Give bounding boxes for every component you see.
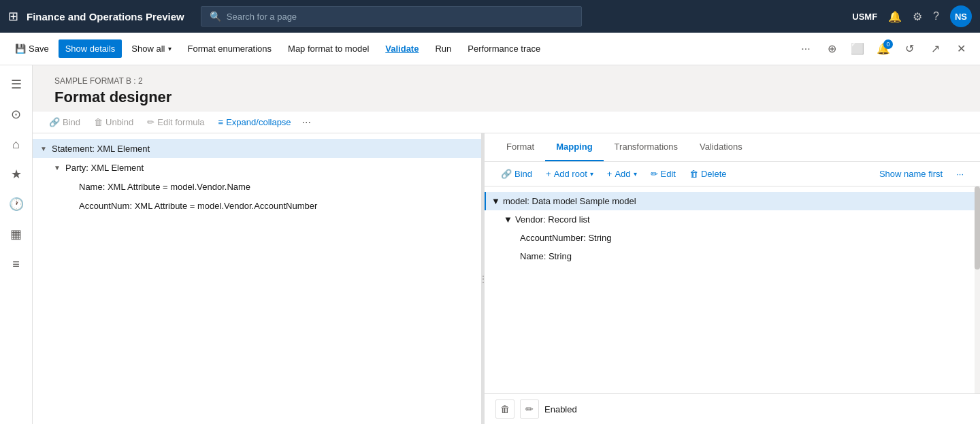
more-options-button[interactable]: ··· (795, 38, 817, 60)
format-enumerations-button[interactable]: Format enumerations (181, 39, 279, 58)
tab-validations[interactable]: Validations (689, 133, 753, 161)
sub-toolbar: 🔗 Bind 🗑 Unbind ✏ Edit formula ≡ Expand/… (33, 112, 980, 133)
edit-bottom-button[interactable]: ✏ (520, 399, 539, 419)
split-pane: ▼ Statement: XML Element ▼ Party: XML El… (33, 133, 980, 424)
top-navigation: ⊞ Finance and Operations Preview 🔍 USMF … (0, 0, 980, 33)
left-pane: ▼ Statement: XML Element ▼ Party: XML El… (33, 133, 482, 424)
page-title: Format designer (44, 88, 969, 112)
status-label: Enabled (544, 404, 577, 414)
tree-item[interactable]: ▼ Statement: XML Element (33, 139, 481, 158)
validate-button[interactable]: Validate (378, 39, 425, 58)
map-format-button[interactable]: Map format to model (281, 39, 376, 58)
search-icon: 🔍 (210, 11, 221, 22)
search-input[interactable] (227, 12, 573, 22)
tree-item[interactable]: AccountNum: XML Attribute = model.Vendor… (33, 196, 481, 215)
delete-button[interactable]: 🗑 Delete (684, 166, 732, 182)
content-area: SAMPLE FORMAT B : 2 Format designer 🔗 Bi… (33, 65, 980, 424)
avatar[interactable]: NS (950, 5, 972, 27)
refresh-button[interactable]: ↺ (898, 38, 920, 60)
puzzle-icon-button[interactable]: ⊕ (821, 38, 843, 60)
settings-icon[interactable]: ⚙ (913, 10, 922, 23)
collapse-icon[interactable]: ▼ (491, 196, 500, 206)
left-navigation: ☰ ⊙ ⌂ ★ 🕐 ▦ ≡ (0, 65, 33, 424)
leaf-icon (65, 200, 76, 211)
show-all-button[interactable]: Show all ▾ (125, 39, 178, 58)
breadcrumb: SAMPLE FORMAT B : 2 (44, 71, 969, 88)
collapse-icon[interactable]: ▼ (504, 214, 512, 225)
edit-formula-button[interactable]: ✏ Edit formula (142, 114, 210, 130)
show-all-chevron-icon: ▾ (168, 45, 172, 52)
filter-icon-button[interactable]: ⊙ (3, 101, 30, 128)
save-icon: 💾 (15, 44, 26, 54)
open-new-button[interactable]: ↗ (924, 38, 946, 60)
unbind-button[interactable]: 🗑 Unbind (88, 114, 139, 130)
delete-icon: 🗑 (689, 169, 698, 179)
right-pane: Format Mapping Transformations Validatio… (485, 133, 980, 424)
add-root-chevron-icon: ▾ (590, 170, 593, 178)
edit-formula-icon: ✏ (147, 117, 154, 127)
leaf-icon (65, 181, 76, 192)
expand-collapse-button[interactable]: ≡ Expand/collapse (213, 114, 297, 130)
right-more-button[interactable]: ··· (951, 166, 969, 182)
right-bind-button[interactable]: 🔗 Bind (495, 166, 538, 182)
notification-badge: 0 (883, 39, 893, 49)
toolbar-right: ··· ⊕ ⬜ 🔔 0 ↺ ↗ ✕ (795, 38, 972, 60)
workspaces-icon-button[interactable]: ▦ (3, 221, 30, 248)
app-title: Finance and Operations Preview (27, 11, 184, 22)
scrollbar-thumb (975, 186, 980, 270)
right-tabs: Format Mapping Transformations Validatio… (485, 133, 980, 162)
collapse-icon[interactable]: ▼ (38, 143, 49, 154)
tree-item[interactable]: Name: XML Attribute = model.Vendor.Name (33, 177, 481, 196)
help-icon[interactable]: ? (933, 10, 939, 22)
tree-item[interactable]: ▼ Party: XML Element (33, 158, 481, 177)
tab-format[interactable]: Format (495, 133, 545, 161)
bind-button[interactable]: 🔗 Bind (44, 114, 86, 130)
edit-button[interactable]: ✏ Edit (645, 166, 681, 182)
modules-icon-button[interactable]: ≡ (3, 250, 30, 278)
collapse-icon[interactable]: ▼ (52, 162, 63, 173)
right-toolbar: 🔗 Bind + Add root ▾ + Add ▾ ✏ (485, 162, 980, 186)
favorites-icon-button[interactable]: ★ (3, 161, 30, 188)
add-button[interactable]: + Add ▾ (602, 166, 642, 182)
recent-icon-button[interactable]: 🕐 (3, 191, 30, 218)
show-details-button[interactable]: Show details (59, 39, 122, 58)
app-grid-icon[interactable]: ⊞ (8, 9, 18, 24)
right-bottom: 🗑 ✏ Enabled (485, 393, 980, 424)
expand-icon-button[interactable]: ⬜ (847, 38, 868, 60)
run-button[interactable]: Run (428, 39, 458, 58)
right-tree-item[interactable]: ▼ Vendor: Record list (485, 210, 980, 229)
right-tree-item[interactable]: Name: String (485, 247, 980, 265)
add-chevron-icon: ▾ (634, 170, 637, 178)
show-name-first-button[interactable]: Show name first (874, 166, 948, 182)
format-tree: ▼ Statement: XML Element ▼ Party: XML El… (33, 133, 481, 424)
right-bind-icon: 🔗 (501, 169, 512, 179)
bind-icon: 🔗 (49, 117, 60, 127)
right-tree-item[interactable]: ▼ model: Data model Sample model (485, 192, 980, 210)
right-tree: ▼ model: Data model Sample model ▼ Vendo… (485, 186, 980, 393)
notification-icon[interactable]: 🔔 (888, 10, 902, 23)
performance-trace-button[interactable]: Performance trace (461, 39, 547, 58)
usmf-label: USMF (852, 12, 877, 22)
top-nav-right: USMF 🔔 ⚙ ? NS (852, 5, 972, 27)
search-bar[interactable]: 🔍 (201, 6, 582, 27)
save-button[interactable]: 💾 Save (8, 39, 56, 58)
add-root-button[interactable]: + Add root ▾ (540, 166, 599, 182)
close-button[interactable]: ✕ (950, 38, 972, 60)
main-toolbar: 💾 Save Show details Show all ▾ Format en… (0, 33, 980, 65)
unbind-icon: 🗑 (94, 117, 103, 127)
home-icon-button[interactable]: ⌂ (3, 131, 30, 158)
right-tree-item[interactable]: AccountNumber: String (485, 229, 980, 247)
edit-icon: ✏ (651, 169, 658, 179)
sub-toolbar-more-button[interactable]: ··· (302, 116, 311, 129)
tab-transformations[interactable]: Transformations (604, 133, 689, 161)
main-layout: ☰ ⊙ ⌂ ★ 🕐 ▦ ≡ SAMPLE FORMAT B : 2 Format… (0, 65, 980, 424)
right-tree-scrollbar[interactable] (975, 186, 980, 393)
delete-bottom-button[interactable]: 🗑 (495, 399, 514, 419)
expand-collapse-icon: ≡ (218, 117, 224, 127)
hamburger-button[interactable]: ☰ (3, 71, 30, 98)
tab-mapping[interactable]: Mapping (545, 133, 603, 161)
